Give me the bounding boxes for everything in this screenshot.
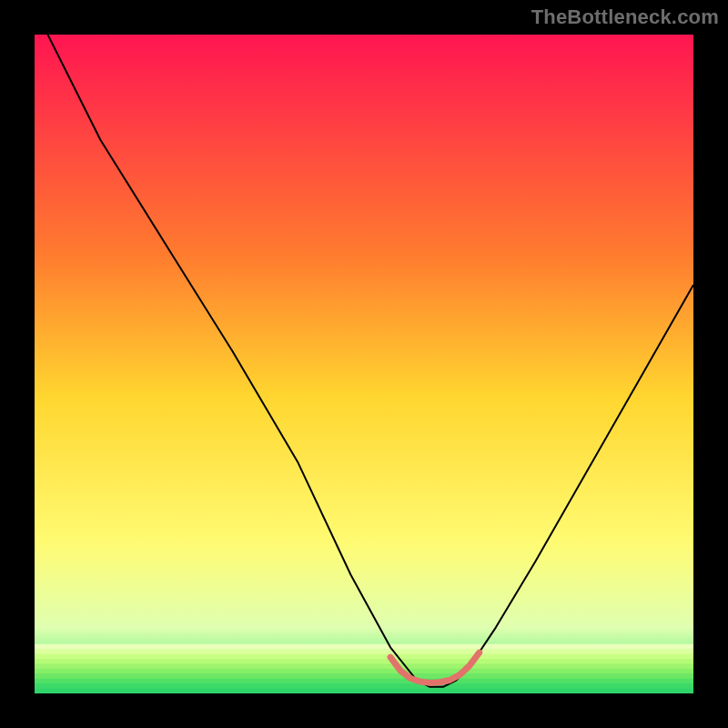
- svg-rect-0: [35, 35, 693, 693]
- svg-rect-7: [35, 673, 693, 679]
- watermark-text: TheBottleneck.com: [531, 5, 719, 29]
- bottleneck-chart: [35, 35, 693, 693]
- svg-rect-8: [35, 679, 693, 684]
- svg-rect-5: [35, 663, 693, 669]
- svg-rect-1: [35, 644, 693, 650]
- svg-rect-4: [35, 659, 693, 664]
- plot-area: [35, 35, 693, 693]
- svg-rect-10: [35, 689, 693, 693]
- svg-rect-9: [35, 683, 693, 689]
- svg-rect-6: [35, 669, 693, 674]
- chart-frame: TheBottleneck.com: [0, 0, 728, 728]
- svg-rect-3: [35, 654, 693, 660]
- svg-rect-2: [35, 649, 693, 654]
